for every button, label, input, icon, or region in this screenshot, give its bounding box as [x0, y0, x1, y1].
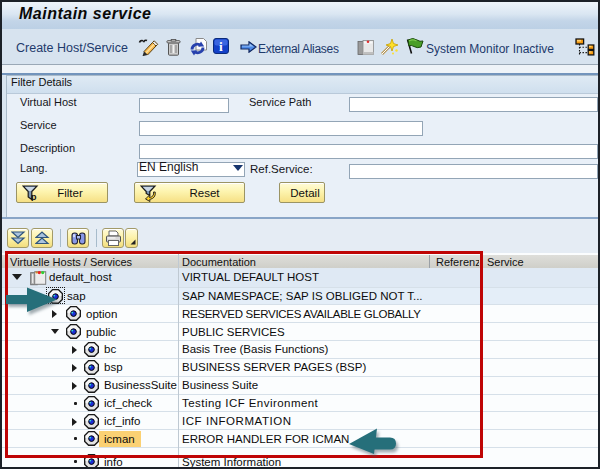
- svg-text:i: i: [219, 39, 223, 54]
